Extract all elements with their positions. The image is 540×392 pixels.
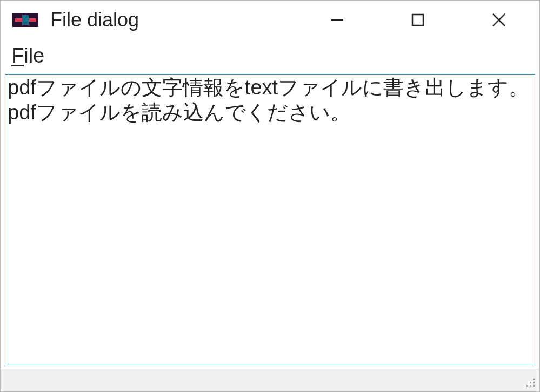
menu-bar: File	[1, 39, 539, 72]
maximize-button[interactable]	[377, 1, 458, 39]
menu-file-label-rest: ile	[24, 44, 44, 67]
svg-rect-4	[412, 15, 423, 25]
main-textarea[interactable]	[5, 75, 535, 364]
text-area-container	[5, 74, 535, 364]
svg-rect-2	[22, 15, 29, 25]
close-icon	[490, 11, 508, 29]
svg-rect-7	[533, 379, 535, 380]
svg-rect-10	[526, 385, 528, 387]
minimize-button[interactable]	[296, 1, 377, 39]
close-button[interactable]	[458, 1, 539, 39]
app-window: File dialog File	[0, 0, 540, 392]
svg-rect-8	[530, 382, 531, 383]
menu-file-accelerator: F	[11, 44, 24, 67]
svg-rect-9	[533, 382, 535, 383]
title-bar: File dialog	[1, 1, 539, 39]
resize-grip[interactable]	[524, 376, 536, 388]
maximize-icon	[409, 11, 427, 29]
menu-file[interactable]: File	[8, 43, 48, 69]
minimize-icon	[328, 11, 346, 29]
svg-rect-11	[530, 385, 531, 387]
window-controls	[296, 1, 539, 39]
resize-grip-icon	[524, 376, 536, 388]
status-bar	[1, 369, 539, 391]
app-icon	[12, 12, 38, 28]
svg-rect-12	[533, 385, 535, 387]
window-title: File dialog	[50, 9, 139, 31]
